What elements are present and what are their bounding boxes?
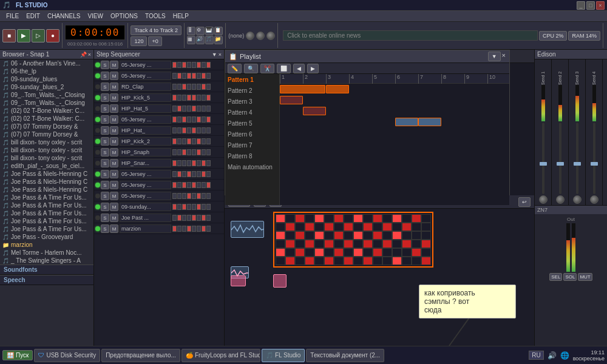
pad[interactable] <box>192 95 196 101</box>
channel-solo-btn[interactable]: S <box>101 83 109 91</box>
pad[interactable] <box>192 106 196 112</box>
channel-name[interactable]: HIP_Hat_5 <box>120 104 171 113</box>
note-cell[interactable] <box>363 240 373 248</box>
pad[interactable] <box>206 171 211 177</box>
note-cell[interactable] <box>344 223 353 231</box>
note-cell[interactable] <box>285 231 295 240</box>
channel-name[interactable]: 05-Jersey ... <box>120 181 171 189</box>
speaker-icon[interactable]: 🔊 <box>548 351 557 360</box>
taskbar-usb-btn[interactable]: 🛡 USB Disk Security <box>34 349 100 362</box>
pad[interactable] <box>187 84 191 90</box>
note-cell[interactable] <box>382 223 392 231</box>
note-cell[interactable] <box>363 248 373 257</box>
note-cell[interactable] <box>402 240 412 248</box>
pad[interactable] <box>172 62 177 68</box>
menu-edit[interactable]: EDIT <box>22 13 44 19</box>
browser-close-btn[interactable]: × <box>88 52 91 58</box>
note-cell[interactable] <box>276 248 285 257</box>
pad[interactable] <box>187 160 191 166</box>
browser-item[interactable]: 🎵Joe Pass & A Time For Us... <box>0 225 93 233</box>
channel-solo-btn[interactable]: S <box>101 224 109 233</box>
menu-help[interactable]: HELP <box>169 13 192 19</box>
channel-led[interactable] <box>95 215 100 220</box>
channel-led[interactable] <box>95 183 100 187</box>
pad[interactable] <box>177 106 181 112</box>
pad[interactable] <box>197 138 201 144</box>
channel-solo-btn[interactable]: S <box>101 214 109 222</box>
browser-item[interactable]: 🎵bill dixon- tony oxley - scrit <box>0 138 93 146</box>
browser-item[interactable]: 🎵Joe Pass - Grooveyard <box>0 233 93 241</box>
note-cell[interactable] <box>305 214 314 223</box>
pad[interactable] <box>206 127 211 133</box>
playlist-block[interactable] <box>303 107 326 115</box>
note-cell[interactable] <box>382 248 392 257</box>
pattern-row[interactable]: Pattern 7 <box>225 140 279 150</box>
channel-led[interactable] <box>95 139 100 144</box>
browser-item[interactable]: 🎵bill dixon- tony oxley - scrit <box>0 146 93 154</box>
note-cell[interactable] <box>412 240 421 248</box>
playlist-block[interactable] <box>418 118 441 126</box>
note-cell[interactable] <box>334 231 344 240</box>
pad[interactable] <box>197 106 201 112</box>
pad[interactable] <box>197 62 201 68</box>
pad[interactable] <box>187 193 191 199</box>
channel-mute-btn[interactable]: M <box>110 159 118 167</box>
pad[interactable] <box>202 171 206 177</box>
browser-item[interactable]: 🎵(02) 02 T-Bone Walker: C... <box>0 107 93 115</box>
playlist-tool-4[interactable]: ⬜ <box>277 64 291 73</box>
pad[interactable] <box>206 138 211 144</box>
note-cell[interactable] <box>324 248 334 257</box>
pad[interactable] <box>206 204 211 210</box>
note-cell[interactable] <box>334 223 344 231</box>
maximize-btn[interactable]: □ <box>586 1 595 10</box>
pad[interactable] <box>197 193 201 199</box>
pad[interactable] <box>202 138 206 144</box>
ctrl-btn-6[interactable]: 🔊 <box>196 36 205 44</box>
channel-mute-btn[interactable]: M <box>110 93 118 102</box>
pad[interactable] <box>172 160 177 166</box>
taskbar-flstudio-btn[interactable]: 🎵 FL Studio <box>262 349 305 362</box>
note-cell[interactable] <box>295 240 305 248</box>
note-cell[interactable] <box>353 223 363 231</box>
channel-solo-btn[interactable]: S <box>101 115 109 124</box>
pad[interactable] <box>182 106 186 112</box>
channel-solo-btn[interactable]: S <box>101 170 109 178</box>
pad[interactable] <box>177 160 181 166</box>
note-cell[interactable] <box>402 214 412 223</box>
pad[interactable] <box>206 182 211 188</box>
menu-options[interactable]: OPTIONS <box>107 13 141 19</box>
pad[interactable] <box>197 171 201 177</box>
pad[interactable] <box>206 149 211 155</box>
channel-mute-btn[interactable]: M <box>110 115 118 124</box>
note-cell[interactable] <box>314 231 324 240</box>
note-cell[interactable] <box>353 240 363 248</box>
browser-item-marzion[interactable]: 📁marzion <box>0 241 93 249</box>
note-cell[interactable] <box>295 223 305 231</box>
pad[interactable] <box>172 215 177 221</box>
pad[interactable] <box>182 171 186 177</box>
playlist-tool-1[interactable]: ✏️ <box>228 64 242 73</box>
ctrl-btn-3[interactable]: 🎹 <box>205 27 214 35</box>
tempo-btn[interactable]: 120 <box>131 36 147 46</box>
pattern-row[interactable]: Pattern 4 <box>225 107 279 118</box>
channel-solo-btn[interactable]: S <box>101 72 109 80</box>
pink-clip-2[interactable] <box>273 274 287 288</box>
note-cell[interactable] <box>402 248 412 257</box>
pad[interactable] <box>206 193 211 199</box>
note-cell[interactable] <box>353 214 363 223</box>
channel-mute-btn[interactable]: M <box>110 214 118 222</box>
note-cell[interactable] <box>344 231 353 240</box>
pad[interactable] <box>187 116 191 123</box>
note-cell[interactable] <box>421 248 431 257</box>
note-cell[interactable] <box>421 240 431 248</box>
playlist-close-btn[interactable]: × <box>502 52 506 61</box>
note-cell[interactable] <box>344 248 353 257</box>
note-cell[interactable] <box>363 257 373 265</box>
add-pattern-btn[interactable]: Track 4 to Track 2 <box>131 25 181 35</box>
waveform-clip-1[interactable] <box>231 221 264 238</box>
browser-item[interactable]: 🎵09_..Tom_Waits._-_Closing <box>0 91 93 99</box>
channel-name[interactable]: Joe Past ... <box>120 214 171 222</box>
pad[interactable] <box>202 226 206 232</box>
browser-item[interactable]: 🎵Joe Pass & A Time For Us... <box>0 217 93 225</box>
channel-name[interactable]: 05-Jersey ... <box>120 192 171 200</box>
